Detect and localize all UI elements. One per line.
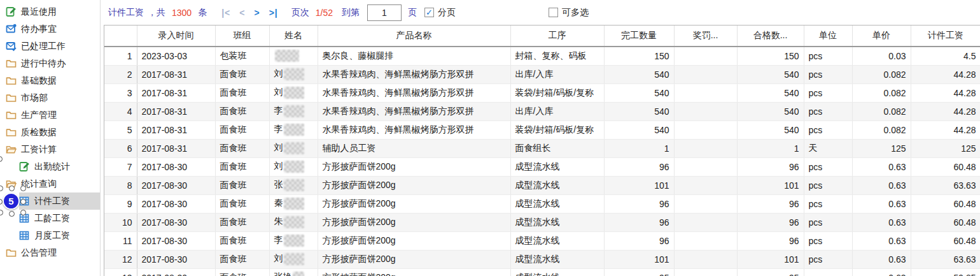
- sidebar-item-11[interactable]: 统计查询: [0, 175, 100, 192]
- cell-reward: [674, 84, 737, 102]
- selection-handle[interactable]: [20, 199, 26, 205]
- cell-name: 秦: [269, 194, 318, 213]
- cell-date: 2017-08-30: [137, 250, 215, 268]
- table-row[interactable]: 62017-08-31面食班刘辅助人员工资面食组长11天125125: [104, 139, 980, 157]
- table-row[interactable]: 52017-08-31面食班李水果香辣鸡肉、海鲜黑椒烤肠方形双拼装袋/封箱/码板…: [104, 120, 980, 139]
- column-header-group[interactable]: 班组: [215, 25, 269, 47]
- column-header-unit[interactable]: 单位: [804, 25, 852, 47]
- column-header-num[interactable]: [104, 25, 137, 47]
- cell-process: 封箱、复称、码板: [510, 47, 604, 65]
- column-header-price[interactable]: 单价: [852, 25, 911, 47]
- table-row[interactable]: 22017-08-31面食班刘水果香辣鸡肉、海鲜黑椒烤肠方形双拼出库/入库540…: [104, 65, 980, 84]
- table-row[interactable]: 72017-08-30面食班刘方形披萨面饼200g成型流水线9696pcs0.6…: [104, 157, 980, 176]
- cell-unit: pcs: [804, 250, 852, 268]
- sidebar-item-12[interactable]: 计件工资: [19, 192, 100, 210]
- cell-name: 张艳: [269, 268, 318, 276]
- cell-qty: 101: [604, 250, 674, 268]
- selection-handle[interactable]: [20, 185, 26, 191]
- cell-group: 面食班: [215, 65, 269, 84]
- cell-unit: pcs: [804, 102, 852, 120]
- table-row[interactable]: 42017-08-31面食班李水果香辣鸡肉、海鲜黑椒烤肠方形双拼出库/入库540…: [104, 102, 980, 120]
- cell-qualified: 101: [737, 250, 804, 268]
- column-header-product[interactable]: 产品名称: [318, 25, 510, 47]
- column-header-qualified[interactable]: 合格数...: [737, 25, 804, 47]
- cell-price: 0.63: [852, 157, 911, 176]
- cell-qty: 150: [604, 47, 674, 65]
- sidebar-item-7[interactable]: 生产管理: [0, 106, 100, 124]
- goto-page-input[interactable]: [367, 4, 402, 21]
- column-header-name[interactable]: 姓名: [269, 25, 318, 47]
- cell-num: 12: [104, 250, 137, 268]
- table-row[interactable]: 132017-08-30面食班张艳方形披萨面饼200g成型流水线9595pcs0…: [104, 268, 980, 276]
- cell-wage: 63.63: [911, 250, 980, 268]
- pager-button-next[interactable]: >: [249, 8, 264, 18]
- column-header-wage[interactable]: 计件工资: [911, 25, 980, 47]
- sidebar-item-6[interactable]: 市场部: [0, 89, 100, 106]
- sidebar-item-label: 质检数据: [21, 127, 57, 138]
- table-row[interactable]: 122017-08-30面食班刘方形披萨面饼200g成型流水线101101pcs…: [104, 250, 980, 268]
- sidebar-item-label: 月度工资: [34, 230, 70, 242]
- cell-qty: 540: [604, 65, 674, 84]
- sidebar-item-4[interactable]: 进行中待办: [0, 55, 100, 72]
- sidebar-item-label: 统计查询: [21, 178, 57, 190]
- table-row[interactable]: 92017-08-30面食班秦方形披萨面饼200g成型流水线9696pcs0.6…: [104, 194, 980, 213]
- cell-wage: 44.28: [911, 102, 980, 120]
- cell-name: 刘: [269, 65, 318, 84]
- pager-button-prev[interactable]: <: [235, 8, 249, 18]
- cell-price: 0.63: [852, 213, 911, 231]
- sidebar-item-13[interactable]: 工龄工资: [19, 210, 100, 227]
- column-header-process[interactable]: 工序: [510, 25, 604, 47]
- sidebar-item-10[interactable]: 出勤统计: [19, 158, 100, 175]
- sidebar-item-5[interactable]: 基础数据: [0, 72, 100, 89]
- cell-process: 成型流水线: [510, 250, 604, 268]
- sidebar-item-14[interactable]: 月度工资: [19, 227, 100, 244]
- table-row[interactable]: 12023-03-03包装班奥尔良、藤椒腿排封箱、复称、码板150150pcs0…: [104, 47, 980, 65]
- sidebar-item-label: 生产管理: [21, 110, 57, 121]
- cell-wage: 4.5: [911, 47, 980, 65]
- multiselect-checkbox[interactable]: [549, 8, 558, 17]
- cell-group: 面食班: [215, 176, 269, 194]
- marker-badge-5[interactable]: 5: [3, 192, 20, 210]
- cell-qualified: 150: [737, 47, 804, 65]
- name-visible-text: 张: [274, 179, 283, 189]
- name-visible-text: 刘: [274, 68, 283, 78]
- cell-price: 0.63: [852, 194, 911, 213]
- sidebar-item-15[interactable]: 公告管理: [0, 244, 100, 261]
- cell-name: 朱: [269, 213, 318, 231]
- cell-product: 水果香辣鸡肉、海鲜黑椒烤肠方形双拼: [318, 102, 510, 120]
- cell-group: 面食班: [215, 250, 269, 268]
- pager-button-last[interactable]: >|: [265, 8, 283, 18]
- table-row[interactable]: 102017-08-30面食班朱方形披萨面饼200g成型流水线9696pcs0.…: [104, 213, 980, 231]
- column-header-date[interactable]: 录入时间: [137, 25, 215, 47]
- paging-checkbox[interactable]: [424, 8, 434, 17]
- cell-wage: 60.48: [911, 157, 980, 176]
- cell-qualified: 540: [737, 65, 804, 84]
- multiselect-checkbox-label: 可多选: [562, 7, 589, 18]
- cell-reward: [674, 176, 737, 194]
- cell-reward: [674, 65, 737, 84]
- cell-group: 面食班: [215, 194, 269, 213]
- cell-date: 2017-08-31: [137, 84, 215, 102]
- sidebar-item-2[interactable]: 待办事宜: [0, 20, 100, 38]
- cell-reward: [674, 47, 737, 65]
- selection-handle[interactable]: [20, 210, 26, 215]
- cell-price: 0.63: [852, 268, 911, 276]
- cell-num: 8: [104, 176, 137, 194]
- cell-num: 5: [104, 120, 137, 139]
- sidebar-item-3[interactable]: 已处理工作: [0, 38, 100, 55]
- table-row[interactable]: 112017-08-30面食班李方形披萨面饼200g成型流水线9696pcs0.…: [104, 231, 980, 250]
- table-row[interactable]: 82017-08-30面食班张方形披萨面饼200g成型流水线101101pcs0…: [104, 176, 980, 194]
- cell-group: 面食班: [215, 213, 269, 231]
- column-header-reward[interactable]: 奖罚...: [674, 25, 737, 47]
- sidebar-item-1[interactable]: 最近使用: [0, 3, 100, 20]
- column-header-qty[interactable]: 完工数量: [604, 25, 674, 47]
- cell-wage: 60.48: [911, 194, 980, 213]
- selection-handle[interactable]: [9, 185, 15, 191]
- table-row[interactable]: 32017-08-31面食班刘水果香辣鸡肉、海鲜黑椒烤肠方形双拼装袋/封箱/码板…: [104, 84, 980, 102]
- pager-button-first[interactable]: |<: [217, 8, 235, 18]
- cell-qty: 96: [604, 157, 674, 176]
- selection-handle[interactable]: [9, 211, 15, 217]
- table-grid-icon: [19, 230, 30, 241]
- sidebar-item-8[interactable]: 质检数据: [0, 124, 100, 141]
- sidebar-item-9[interactable]: 工资计算: [0, 141, 100, 158]
